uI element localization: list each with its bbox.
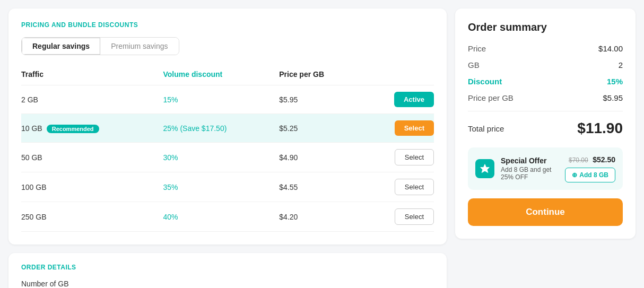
cell-price: $5.95 (279, 85, 361, 114)
svg-marker-0 (481, 164, 490, 173)
cell-traffic: 10 GBRecommended (21, 114, 163, 143)
cell-discount: 30% (163, 143, 279, 172)
cell-traffic: 50 GB (21, 143, 163, 172)
summary-row-gb: GB 2 (468, 60, 623, 69)
cell-price: $4.90 (279, 143, 361, 172)
plus-icon: ⊕ (572, 171, 577, 179)
select-button[interactable]: Select (395, 179, 434, 195)
summary-row-price: Price $14.00 (468, 44, 623, 53)
add-8gb-button[interactable]: ⊕ Add 8 GB (565, 168, 615, 182)
total-price-row: Total price $11.90 (468, 120, 623, 137)
special-offer-price-row: $70.00 $52.50 (565, 155, 615, 164)
col-header-price-per-gb: Price per GB (279, 66, 361, 85)
table-row: 100 GB35%$4.55Select (21, 172, 434, 202)
cell-action: Select (361, 202, 434, 232)
special-offer-original-price: $70.00 (569, 156, 588, 164)
special-offer-title: Special Offer (501, 156, 559, 165)
cell-discount: 25% (Save $17.50) (163, 114, 279, 143)
summary-row-discount: Discount 15% (468, 77, 623, 86)
total-price-value: $11.90 (577, 120, 623, 137)
special-offer-subtitle: Add 8 GB and get 25% OFF (501, 166, 559, 181)
special-offer-icon (475, 159, 494, 178)
recommended-badge: Recommended (47, 125, 99, 133)
tab-premium-savings[interactable]: Premium savings (100, 38, 178, 55)
select-button-orange[interactable]: Select (395, 120, 434, 136)
special-offer-price: $52.50 (593, 155, 615, 164)
cell-action: Active (361, 85, 434, 114)
savings-tabs: Regular savings Premium savings (21, 37, 179, 55)
gb-value: 2 (619, 60, 623, 69)
col-header-traffic: Traffic (21, 66, 163, 85)
price-label: Price (468, 44, 486, 53)
cell-action: Select (361, 114, 434, 143)
cell-price: $5.25 (279, 114, 361, 143)
cell-traffic: 2 GB (21, 85, 163, 114)
cell-traffic: 250 GB (21, 202, 163, 232)
tab-regular-savings[interactable]: Regular savings (22, 38, 100, 55)
cell-price: $4.55 (279, 172, 361, 202)
price-per-gb-label: Price per GB (468, 93, 514, 102)
cell-action: Select (361, 172, 434, 202)
summary-row-price-per-gb: Price per GB $5.95 (468, 93, 623, 102)
gb-label: GB (468, 60, 480, 69)
cell-discount: 35% (163, 172, 279, 202)
order-details-title: ORDER DETAILS (21, 264, 434, 271)
discount-value: 15% (607, 77, 623, 86)
special-offer-text: Special Offer Add 8 GB and get 25% OFF (501, 156, 559, 181)
special-offer-box: Special Offer Add 8 GB and get 25% OFF $… (468, 147, 623, 190)
pricing-section-title: PRICING AND BUNDLE DISCOUNTS (21, 21, 434, 29)
continue-button[interactable]: Continue (468, 198, 623, 226)
select-button[interactable]: Select (395, 149, 434, 165)
number-of-gb-label: Number of GB (21, 280, 434, 288)
table-row: 2 GB15%$5.95Active (21, 85, 434, 114)
cell-traffic: 100 GB (21, 172, 163, 202)
add-gb-label: Add 8 GB (579, 171, 608, 179)
total-price-label: Total price (468, 124, 504, 133)
active-button[interactable]: Active (394, 92, 434, 107)
order-summary-title: Order summary (468, 21, 623, 33)
cell-action: Select (361, 143, 434, 172)
cell-discount: 40% (163, 202, 279, 232)
table-row: 250 GB40%$4.20Select (21, 202, 434, 232)
cell-discount: 15% (163, 85, 279, 114)
price-value: $14.00 (598, 44, 623, 53)
price-per-gb-value: $5.95 (603, 93, 623, 102)
col-header-volume-discount: Volume discount (163, 66, 279, 85)
table-row: 50 GB30%$4.90Select (21, 143, 434, 172)
special-offer-price-area: $70.00 $52.50 ⊕ Add 8 GB (565, 155, 615, 182)
pricing-table: Traffic Volume discount Price per GB 2 G… (21, 66, 434, 232)
table-row: 10 GBRecommended25% (Save $17.50)$5.25Se… (21, 114, 434, 143)
cell-price: $4.20 (279, 202, 361, 232)
select-button[interactable]: Select (395, 208, 434, 225)
discount-label: Discount (468, 77, 502, 86)
